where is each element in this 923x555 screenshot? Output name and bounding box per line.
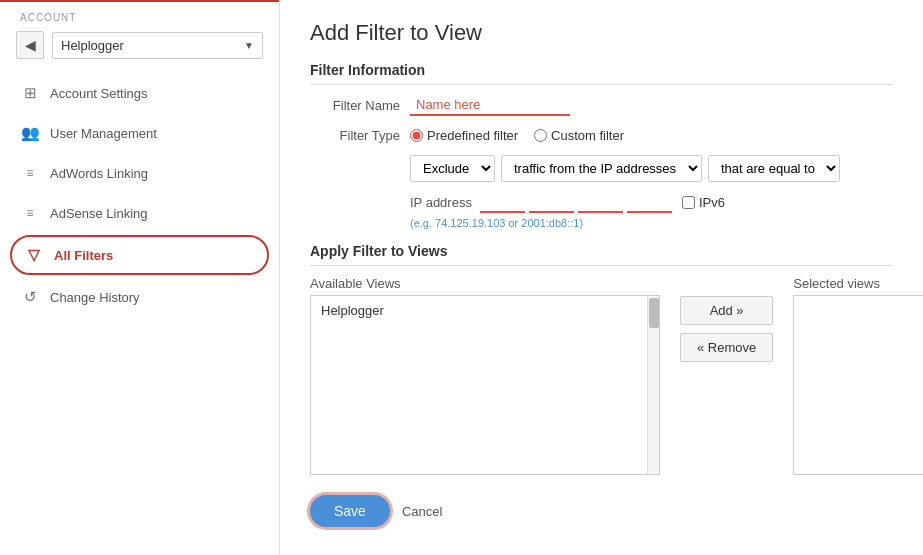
ip-field-3[interactable] — [578, 192, 623, 213]
filter-type-label: Filter Type — [310, 128, 400, 143]
views-row: Available Views Helplogger Add » « Remov… — [310, 276, 893, 475]
form-actions: Save Cancel — [310, 495, 893, 527]
ipv6-label: IPv6 — [699, 195, 725, 210]
apply-filter-section: Apply Filter to Views Available Views He… — [310, 243, 893, 475]
sidebar-item-all-filters[interactable]: ▽ All Filters — [10, 235, 269, 275]
custom-label: Custom filter — [551, 128, 624, 143]
sidebar-item-change-history[interactable]: ↺ Change History — [0, 277, 279, 317]
predefined-label: Predefined filter — [427, 128, 518, 143]
predefined-filter-option[interactable]: Predefined filter — [410, 128, 518, 143]
transfer-buttons: Add » « Remove — [680, 276, 773, 362]
add-button[interactable]: Add » — [680, 296, 773, 325]
account-name: Helplogger — [61, 38, 124, 53]
sidebar-item-label: Account Settings — [50, 86, 148, 101]
ipv6-checkbox-label[interactable]: IPv6 — [682, 195, 725, 210]
available-views-label: Available Views — [310, 276, 660, 291]
exclude-select[interactable]: Exclude — [410, 155, 495, 182]
custom-radio[interactable] — [534, 129, 547, 142]
sidebar-item-adwords-linking[interactable]: ≡ AdWords Linking — [0, 153, 279, 193]
sidebar-item-label: All Filters — [54, 248, 113, 263]
list-item[interactable]: Helplogger — [317, 300, 653, 321]
filter-type-row: Filter Type Predefined filter Custom fil… — [310, 128, 893, 143]
back-button[interactable]: ◀ — [16, 31, 44, 59]
ip-field-1[interactable] — [480, 192, 525, 213]
filter-name-row: Filter Name — [310, 95, 893, 116]
selected-views-column: Selected views — [793, 276, 923, 475]
available-views-column: Available Views Helplogger — [310, 276, 660, 475]
filter-icon: ▽ — [24, 245, 44, 265]
filter-name-label: Filter Name — [310, 98, 400, 113]
main-content: Add Filter to View Filter Information Fi… — [280, 0, 923, 555]
ip-address-row: IP address IPv6 — [410, 192, 893, 213]
cancel-button[interactable]: Cancel — [402, 504, 442, 519]
account-selector: ◀ Helplogger ▼ — [0, 25, 279, 65]
adsense-icon: ≡ — [20, 203, 40, 223]
condition-select[interactable]: that are equal to — [708, 155, 840, 182]
custom-filter-option[interactable]: Custom filter — [534, 128, 624, 143]
filter-dropdowns-row: Exclude traffic from the IP addresses th… — [410, 155, 893, 182]
sidebar-item-user-management[interactable]: 👥 User Management — [0, 113, 279, 153]
filter-name-input[interactable] — [410, 95, 570, 116]
filter-info-section-title: Filter Information — [310, 62, 893, 85]
account-dropdown[interactable]: Helplogger ▼ — [52, 32, 263, 59]
sidebar: ACCOUNT ◀ Helplogger ▼ ⊞ Account Setting… — [0, 0, 280, 555]
sidebar-item-label: AdSense Linking — [50, 206, 148, 221]
sidebar-item-label: Change History — [50, 290, 140, 305]
selected-views-label: Selected views — [793, 276, 923, 291]
remove-button[interactable]: « Remove — [680, 333, 773, 362]
account-settings-icon: ⊞ — [20, 83, 40, 103]
history-icon: ↺ — [20, 287, 40, 307]
sidebar-item-account-settings[interactable]: ⊞ Account Settings — [0, 73, 279, 113]
available-views-listbox[interactable]: Helplogger — [310, 295, 660, 475]
back-icon: ◀ — [25, 37, 36, 53]
user-management-icon: 👥 — [20, 123, 40, 143]
ip-address-label: IP address — [410, 195, 472, 210]
save-button[interactable]: Save — [310, 495, 390, 527]
dropdown-arrow-icon: ▼ — [244, 40, 254, 51]
sidebar-item-label: User Management — [50, 126, 157, 141]
sidebar-item-label: AdWords Linking — [50, 166, 148, 181]
ip-hint: (e.g. 74.125.19.103 or 2001:db8::1) — [410, 217, 893, 229]
traffic-type-select[interactable]: traffic from the IP addresses — [501, 155, 702, 182]
sidebar-item-adsense-linking[interactable]: ≡ AdSense Linking — [0, 193, 279, 233]
page-title: Add Filter to View — [310, 20, 893, 46]
predefined-radio[interactable] — [410, 129, 423, 142]
ip-field-4[interactable] — [627, 192, 672, 213]
account-label: ACCOUNT — [0, 0, 279, 25]
selected-views-listbox[interactable] — [793, 295, 923, 475]
sidebar-nav: ⊞ Account Settings 👥 User Management ≡ A… — [0, 65, 279, 325]
filter-type-radio-group: Predefined filter Custom filter — [410, 128, 624, 143]
ipv6-checkbox[interactable] — [682, 196, 695, 209]
scrollbar-thumb — [649, 298, 659, 328]
apply-section-title: Apply Filter to Views — [310, 243, 893, 266]
ip-field-2[interactable] — [529, 192, 574, 213]
available-views-list: Helplogger — [311, 296, 659, 325]
scrollbar[interactable] — [647, 296, 659, 474]
adwords-icon: ≡ — [20, 163, 40, 183]
